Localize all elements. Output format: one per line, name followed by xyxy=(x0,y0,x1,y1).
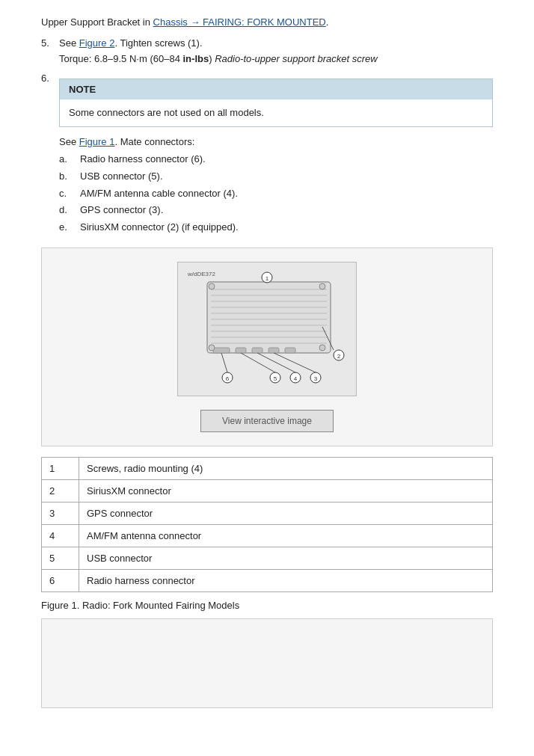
sub-text-a: Radio harness connector (6). xyxy=(80,152,206,168)
step-5-pre: See xyxy=(59,37,79,49)
svg-text:4: 4 xyxy=(294,375,298,382)
sub-label-a: a. xyxy=(59,152,80,168)
radio-diagram-svg: w/dDE372 xyxy=(185,267,349,390)
svg-rect-14 xyxy=(236,348,246,353)
see-post: . Mate connectors: xyxy=(114,136,194,147)
figure-caption: Figure 1. Radio: Fork Mounted Fairing Mo… xyxy=(41,600,493,611)
sub-text-c: AM/FM antenna cable connector (4). xyxy=(80,186,238,202)
svg-text:6: 6 xyxy=(226,375,230,382)
svg-rect-13 xyxy=(213,348,230,353)
torque-close: ) xyxy=(209,53,212,64)
sub-label-b: b. xyxy=(59,169,80,185)
sub-item-e: e. SiriusXM connector (2) (if equipped). xyxy=(59,220,493,236)
sub-items-list: a. Radio harness connector (6). b. USB c… xyxy=(59,152,493,236)
svg-point-20 xyxy=(209,345,215,351)
sub-item-d: d. GPS connector (3). xyxy=(59,203,493,218)
row-4-num: 4 xyxy=(42,524,79,547)
svg-text:5: 5 xyxy=(274,375,277,382)
steps-list: 5. See Figure 2. Tighten screws (1). Tor… xyxy=(41,36,493,237)
view-interactive-button[interactable]: View interactive image xyxy=(200,410,334,432)
table-row: 6 Radio harness connector xyxy=(42,569,493,591)
step-6-num: 6. xyxy=(41,71,59,237)
intro-text: Upper Support Bracket in Chassis → FAIRI… xyxy=(41,15,493,30)
torque-pre: Torque: 6.8–9.5 N·m (60–84 xyxy=(59,53,183,64)
note-box: NOTE Some connectors are not used on all… xyxy=(59,79,493,127)
figure2-link[interactable]: Figure 2 xyxy=(79,37,115,49)
bottom-gray-box xyxy=(41,618,493,708)
chassis-link[interactable]: Chassis → FAIRING: FORK MOUNTED xyxy=(153,16,326,28)
svg-point-19 xyxy=(319,283,325,289)
row-3-desc: GPS connector xyxy=(79,502,493,524)
torque-line: Torque: 6.8–9.5 N·m (60–84 in-lbs) Radio… xyxy=(59,52,493,67)
step-5-num: 5. xyxy=(41,36,59,67)
svg-rect-15 xyxy=(252,348,263,353)
row-3-num: 3 xyxy=(42,502,79,524)
svg-text:1: 1 xyxy=(266,275,269,282)
radio-image-area: w/dDE372 xyxy=(177,262,357,396)
svg-text:w/dDE372: w/dDE372 xyxy=(187,271,215,277)
table-row: 4 AM/FM antenna connector xyxy=(42,524,493,547)
sub-text-b: USB connector (5). xyxy=(80,169,163,185)
row-2-num: 2 xyxy=(42,479,79,502)
torque-italic: Radio-to-upper support bracket screw xyxy=(215,53,378,64)
note-header: NOTE xyxy=(60,79,492,100)
svg-text:2: 2 xyxy=(337,353,341,360)
svg-point-18 xyxy=(209,283,215,289)
row-1-desc: Screws, radio mounting (4) xyxy=(79,457,493,479)
intro-pre: Upper Support Bracket in xyxy=(41,16,153,28)
svg-point-21 xyxy=(319,345,325,351)
row-4-desc: AM/FM antenna connector xyxy=(79,524,493,547)
row-1-num: 1 xyxy=(42,457,79,479)
see-pre: See xyxy=(59,136,79,147)
sub-label-d: d. xyxy=(59,203,80,218)
page-container: Upper Support Bracket in Chassis → FAIRI… xyxy=(0,0,534,723)
intro-post: . xyxy=(326,16,329,28)
row-2-desc: SiriusXM connector xyxy=(79,479,493,502)
svg-rect-17 xyxy=(285,348,295,353)
sub-item-b: b. USB connector (5). xyxy=(59,169,493,185)
sub-text-e: SiriusXM connector (2) (if equipped). xyxy=(80,220,239,236)
row-6-desc: Radio harness connector xyxy=(79,569,493,591)
table-row: 1 Screws, radio mounting (4) xyxy=(42,457,493,479)
parts-table-body: 1 Screws, radio mounting (4) 2 SiriusXM … xyxy=(42,457,493,591)
see-figure-line: See Figure 1. Mate connectors: xyxy=(59,135,493,150)
row-5-desc: USB connector xyxy=(79,547,493,569)
sub-item-a: a. Radio harness connector (6). xyxy=(59,152,493,168)
svg-rect-16 xyxy=(268,348,279,353)
row-6-num: 6 xyxy=(42,569,79,591)
sub-label-e: e. xyxy=(59,220,80,236)
table-row: 2 SiriusXM connector xyxy=(42,479,493,502)
sub-label-c: c. xyxy=(59,186,80,202)
step-5-post: . Tighten screws (1). xyxy=(114,37,202,49)
step-5-content: See Figure 2. Tighten screws (1). Torque… xyxy=(59,36,493,67)
step-6: 6. NOTE Some connectors are not used on … xyxy=(41,71,493,237)
row-5-num: 5 xyxy=(42,547,79,569)
svg-text:3: 3 xyxy=(314,375,318,382)
note-body: Some connectors are not used on all mode… xyxy=(60,99,492,126)
step-5: 5. See Figure 2. Tighten screws (1). Tor… xyxy=(41,36,493,67)
table-row: 3 GPS connector xyxy=(42,502,493,524)
parts-table: 1 Screws, radio mounting (4) 2 SiriusXM … xyxy=(41,457,493,592)
figure-container: w/dDE372 xyxy=(41,248,493,446)
figure1-link[interactable]: Figure 1 xyxy=(79,136,115,147)
svg-rect-2 xyxy=(207,282,331,353)
step-6-content: NOTE Some connectors are not used on all… xyxy=(59,71,493,237)
sub-text-d: GPS connector (3). xyxy=(80,203,163,218)
sub-item-c: c. AM/FM antenna cable connector (4). xyxy=(59,186,493,202)
table-row: 5 USB connector xyxy=(42,547,493,569)
torque-bold: in-lbs xyxy=(183,53,209,64)
